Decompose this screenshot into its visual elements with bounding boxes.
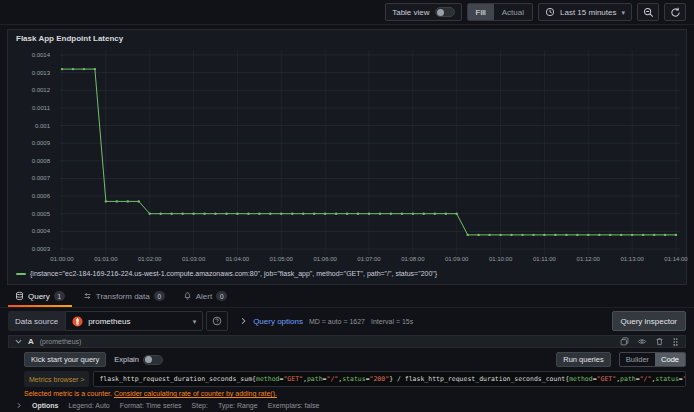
duplicate-query-icon[interactable] <box>620 337 629 346</box>
y-axis-tick-label: 0.0007 <box>32 175 50 181</box>
kick-start-query-button[interactable]: Kick start your query <box>24 352 106 367</box>
fill-actual-group: Fill Actual <box>467 3 533 21</box>
datasource-label: Data source <box>8 311 65 331</box>
time-range-label: Last 15 minutes <box>560 8 616 17</box>
hide-response-eye-icon[interactable] <box>637 337 647 346</box>
query-inspector-button[interactable]: Query inspector <box>612 311 686 331</box>
chevron-down-icon: ▾ <box>193 318 197 325</box>
x-axis-tick-label: 01:04:00 <box>226 256 249 262</box>
query-row-actions <box>620 337 679 347</box>
builder-code-switch: Builder Code <box>619 352 686 367</box>
x-axis-tick-label: 01:06:00 <box>313 256 336 262</box>
table-view-toggle[interactable] <box>435 7 455 17</box>
zoom-out-icon <box>643 7 654 18</box>
table-view-group: Table view <box>385 3 461 21</box>
editor-tabs: Query 1 Transform data 0 Alert 0 <box>0 287 694 308</box>
x-axis-tick-label: 01:08:00 <box>401 256 424 262</box>
counter-warning: Selected metric is a counter. Consider c… <box>24 390 686 397</box>
query-ref-id: A <box>28 337 34 346</box>
options-label: Options <box>32 402 58 409</box>
time-range-picker[interactable]: Last 15 minutes ▾ <box>538 3 632 21</box>
prometheus-icon <box>72 316 83 327</box>
option-step: Step: <box>192 402 208 409</box>
option-type: Type: Range <box>218 402 258 409</box>
query-options-label: Query options <box>253 317 303 326</box>
chevron-right-icon[interactable] <box>16 402 22 409</box>
x-axis-tick-label: 01:05:00 <box>270 256 293 262</box>
y-axis-tick-label: 0.0004 <box>32 228 50 234</box>
query-editor-row: A (prometheus) Kick start your query Exp… <box>8 335 686 409</box>
tab-alert-label: Alert <box>196 292 212 301</box>
fill-button[interactable]: Fill <box>468 4 494 20</box>
legend-item[interactable]: {instance="ec2-184-169-216-224.us-west-1… <box>16 270 437 277</box>
x-axis-tick-label: 01:12:00 <box>577 256 600 262</box>
collapse-chevron-icon[interactable] <box>15 338 22 345</box>
drag-handle-icon[interactable] <box>672 337 679 347</box>
database-icon <box>15 291 24 301</box>
y-axis-tick-label: 0.0003 <box>32 246 50 252</box>
refresh-button[interactable] <box>664 3 686 21</box>
chart-area: 0.00140.00130.00120.00110.0010.00090.000… <box>8 50 686 255</box>
explain-control: Explain <box>114 355 163 365</box>
promql-expression-input[interactable]: flask_http_request_duration_seconds_sum{… <box>93 371 686 387</box>
tab-query[interactable]: Query 1 <box>8 287 72 307</box>
code-mode-button[interactable]: Code <box>655 353 685 366</box>
tab-alert[interactable]: Alert 0 <box>176 287 234 307</box>
tab-alert-count: 0 <box>216 291 227 301</box>
x-axis-tick-label: 01:09:00 <box>445 256 468 262</box>
tab-transform-label: Transform data <box>96 292 150 301</box>
x-axis-tick-label: 01:14:00 <box>664 256 687 262</box>
series-color-swatch <box>16 273 26 275</box>
tab-query-count: 1 <box>54 291 65 301</box>
option-exemplars: Exemplars: false <box>268 402 320 409</box>
datasource-help-button[interactable] <box>206 311 228 331</box>
x-axis-tick-label: 01:02:00 <box>138 256 161 262</box>
panel-edit-toolbar: Table view Fill Actual Last 15 minutes ▾ <box>0 0 694 25</box>
warning-text: Selected metric is a counter. <box>24 390 112 397</box>
promql-editor-row: Metrics browser > flask_http_request_dur… <box>24 371 686 387</box>
query-row-header: A (prometheus) <box>8 335 686 348</box>
table-view-label: Table view <box>392 8 429 17</box>
plot-region[interactable] <box>60 50 680 255</box>
y-axis-tick-label: 0.0008 <box>32 158 50 164</box>
y-axis-tick-label: 0.001 <box>35 123 50 129</box>
tab-transform-data[interactable]: Transform data 0 <box>76 287 172 307</box>
series-label: {instance="ec2-184-169-216-224.us-west-1… <box>30 270 437 277</box>
run-queries-button[interactable]: Run queries <box>556 352 610 367</box>
tab-transform-count: 0 <box>154 291 165 301</box>
x-axis-tick-label: 01:11:00 <box>533 256 556 262</box>
datasource-value: prometheus <box>88 317 187 326</box>
add-rate-hint-link[interactable]: Consider calculating rate of counter by … <box>114 390 277 397</box>
y-axis-tick-label: 0.0013 <box>32 70 50 76</box>
remove-query-trash-icon[interactable] <box>655 337 664 346</box>
transform-icon <box>83 291 92 301</box>
y-axis-tick-label: 0.0014 <box>32 52 50 58</box>
explain-toggle[interactable] <box>143 355 163 365</box>
max-data-points-summary: MD = auto = 1627 <box>309 318 365 325</box>
y-axis: 0.00140.00130.00120.00110.0010.00090.000… <box>8 50 56 255</box>
x-axis-tick-label: 01:03:00 <box>182 256 205 262</box>
y-axis-tick-label: 0.0011 <box>32 105 50 111</box>
actual-button[interactable]: Actual <box>494 4 532 20</box>
query-options-toggle[interactable]: Query options MD = auto = 1627 Interval … <box>240 317 413 326</box>
datasource-row: Data source prometheus ▾ Query options M… <box>8 310 686 332</box>
chevron-right-icon <box>240 317 247 325</box>
clock-icon <box>545 7 555 17</box>
datasource-picker[interactable]: prometheus ▾ <box>65 311 203 331</box>
bell-icon <box>183 291 192 301</box>
chevron-down-icon: ▾ <box>621 9 625 16</box>
y-axis-tick-label: 0.0006 <box>32 193 50 199</box>
metrics-browser-toggle[interactable]: Metrics browser > <box>24 371 89 387</box>
builder-mode-button[interactable]: Builder <box>620 353 655 366</box>
option-format: Format: Time series <box>120 402 182 409</box>
query-options-footer: Options Legend: Auto Format: Time series… <box>16 402 686 409</box>
query-toolbar-row: Kick start your query Explain Run querie… <box>24 352 686 367</box>
latency-panel: Flask App Endpoint Latency 0.00140.00130… <box>7 29 687 285</box>
tab-query-label: Query <box>28 292 50 301</box>
y-axis-tick-label: 0.0009 <box>32 140 50 146</box>
x-axis-tick-label: 01:07:00 <box>357 256 380 262</box>
zoom-out-button[interactable] <box>637 3 659 21</box>
interval-summary: Interval = 15s <box>371 318 413 325</box>
option-legend: Legend: Auto <box>68 402 109 409</box>
x-axis-tick-label: 01:00:00 <box>50 256 73 262</box>
